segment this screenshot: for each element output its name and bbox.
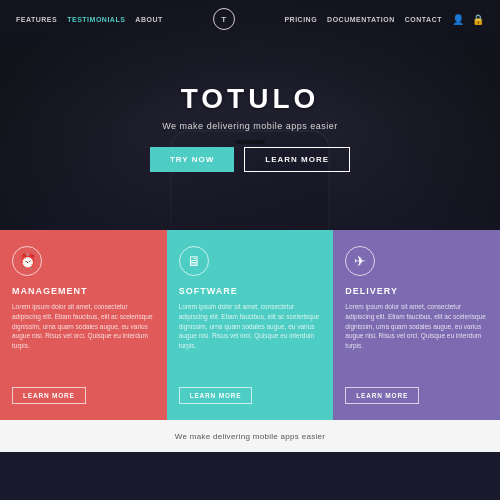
nav-link-about[interactable]: ABOUT	[135, 16, 162, 23]
software-icon-circle: 🖥	[179, 246, 209, 276]
management-title: MANAGEMENT	[12, 286, 155, 296]
nav-logo[interactable]: T	[213, 8, 235, 30]
delivery-text: Lorem ipsum dolor sit amet, consectetur …	[345, 302, 488, 351]
nav-links-left: FEATURES TESTIMONIALS ABOUT	[16, 16, 163, 23]
hero-content: TOTULO We make delivering mobile apps ea…	[150, 58, 350, 172]
delivery-title: DELIVERY	[345, 286, 488, 296]
nav-link-testimonials[interactable]: TESTIMONIALS	[67, 16, 125, 23]
hero-title: TOTULO	[150, 83, 350, 115]
delivery-learn-more-button[interactable]: LEARN MORE	[345, 387, 419, 404]
clock-icon: ⏰	[19, 253, 36, 269]
hero-subtitle: We make delivering mobile apps easier	[150, 121, 350, 131]
software-text: Lorem ipsum dolor sit amet, consectetur …	[179, 302, 322, 351]
nav-link-features[interactable]: FEATURES	[16, 16, 57, 23]
navigation: FEATURES TESTIMONIALS ABOUT T PRICING DO…	[0, 0, 500, 38]
nav-links-right: PRICING DOCUMENTATION CONTACT 👤 🔒	[284, 14, 484, 25]
nav-link-pricing[interactable]: PRICING	[284, 16, 317, 23]
nav-icons: 👤 🔒	[452, 14, 484, 25]
cards-section: ⏰ MANAGEMENT Lorem ipsum dolor sit amet,…	[0, 230, 500, 420]
footer-bar: We make delivering mobile apps easier	[0, 420, 500, 452]
nav-link-documentation[interactable]: DOCUMENTATION	[327, 16, 395, 23]
management-text: Lorem ipsum dolor sit amet, consectetur …	[12, 302, 155, 351]
card-delivery: ✈ DELIVERY Lorem ipsum dolor sit amet, c…	[333, 230, 500, 420]
lock-icon[interactable]: 🔒	[472, 14, 484, 25]
card-software: 🖥 SOFTWARE Lorem ipsum dolor sit amet, c…	[167, 230, 334, 420]
user-icon[interactable]: 👤	[452, 14, 464, 25]
footer-text: We make delivering mobile apps easier	[175, 432, 326, 441]
try-now-button[interactable]: TRY NOW	[150, 147, 234, 172]
nav-link-contact[interactable]: CONTACT	[405, 16, 442, 23]
learn-more-button[interactable]: LEARN MORE	[244, 147, 350, 172]
monitor-icon: 🖥	[187, 253, 201, 269]
card-management: ⏰ MANAGEMENT Lorem ipsum dolor sit amet,…	[0, 230, 167, 420]
management-icon-circle: ⏰	[12, 246, 42, 276]
management-learn-more-button[interactable]: LEARN MORE	[12, 387, 86, 404]
plane-icon: ✈	[354, 253, 366, 269]
delivery-icon-circle: ✈	[345, 246, 375, 276]
software-learn-more-button[interactable]: LEARN MORE	[179, 387, 253, 404]
software-title: SOFTWARE	[179, 286, 322, 296]
hero-buttons: TRY NOW LEARN MORE	[150, 147, 350, 172]
